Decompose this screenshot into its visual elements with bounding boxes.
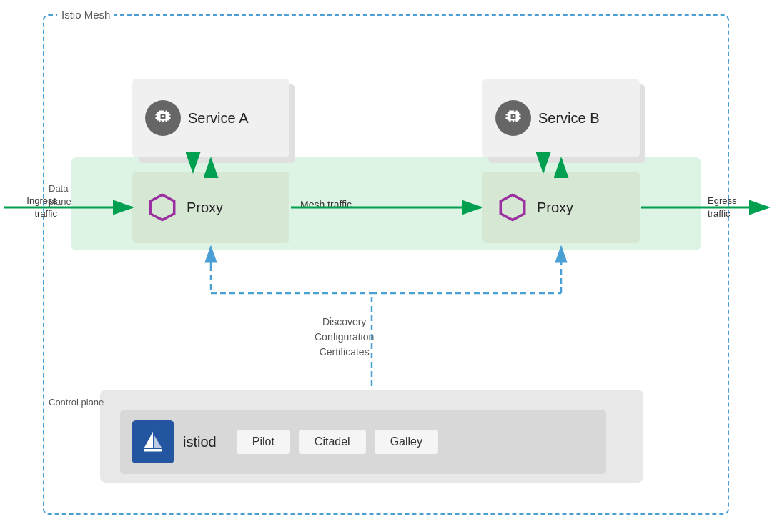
istio-mesh-label: Istio Mesh (57, 9, 114, 21)
istiod-logo (132, 420, 174, 463)
service-a-label: Service A (188, 110, 248, 127)
service-a-stack: Service A (132, 79, 290, 157)
proxy-b-hex-icon (495, 190, 530, 225)
proxy-b-box: Proxy (482, 172, 640, 243)
discovery-label: DiscoveryConfigurationCertificates (315, 315, 374, 360)
istiod-galley: Galley (375, 430, 438, 454)
ingress-traffic-label: Ingresstraffic (0, 194, 57, 220)
istiod-name: istiod (183, 434, 217, 450)
service-b-card: Service B (482, 79, 640, 157)
istiod-box: istiod Pilot Citadel Galley (120, 410, 606, 474)
service-b-label: Service B (538, 110, 600, 127)
svg-marker-1 (500, 194, 524, 220)
control-plane-label: Control plane (49, 397, 104, 408)
service-b-stack: Service B (482, 79, 640, 157)
proxy-b-label: Proxy (537, 200, 573, 216)
service-b-icon (495, 100, 531, 136)
service-a-card: Service A (132, 79, 290, 157)
svg-marker-0 (150, 194, 174, 220)
diagram-container: Istio Mesh Dataplane Service A Service B (0, 0, 772, 532)
proxy-a-hex-icon (145, 190, 179, 225)
service-a-icon (145, 100, 181, 136)
egress-traffic-label: Egresstraffic (708, 194, 736, 220)
mesh-traffic-label: Mesh traffic (300, 199, 352, 210)
svg-rect-4 (144, 449, 162, 452)
proxy-a-box: Proxy (132, 172, 290, 243)
svg-marker-3 (154, 435, 162, 448)
istiod-pilot: Pilot (237, 430, 290, 454)
proxy-a-label: Proxy (187, 200, 223, 216)
istiod-citadel: Citadel (299, 430, 366, 454)
svg-marker-2 (144, 432, 153, 448)
